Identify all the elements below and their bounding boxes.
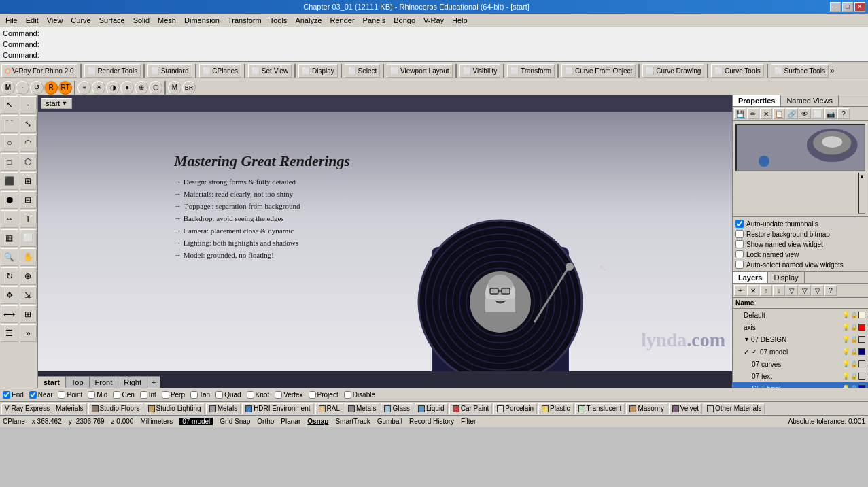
checkbox-auto-select[interactable] — [735, 261, 744, 269]
menu-bongo[interactable]: Bongo — [389, 14, 419, 27]
layer-tool-new[interactable]: + — [734, 285, 746, 296]
toolbar-render-tools[interactable]: ⬜ Render Tools — [84, 64, 141, 78]
status-record-history[interactable]: Record History — [409, 418, 454, 425]
mat-porcelain[interactable]: Porcelain — [493, 403, 537, 414]
toolbar-vray-rhino[interactable]: ⬡ V-Ray For Rhino 2.0 — [1, 64, 77, 78]
checkbox-show-widget[interactable] — [735, 240, 744, 248]
tool-pan[interactable]: ✋ — [20, 248, 37, 266]
toolbar-transform[interactable]: ⬜ Transform — [507, 64, 555, 78]
status-planar[interactable]: Planar — [281, 418, 300, 425]
mat-glass[interactable]: Glass — [381, 403, 413, 414]
prop-tool-square[interactable]: ⬜ — [812, 108, 824, 119]
tool-r-icon[interactable]: R — [44, 81, 58, 95]
status-filter[interactable]: Filter — [461, 418, 476, 425]
tool-text[interactable]: T — [20, 210, 37, 228]
checkbox-project[interactable] — [309, 391, 316, 399]
toolbar-standard[interactable]: ⬜ Standard — [147, 64, 192, 78]
tool-rotate3d[interactable]: ↻ — [1, 267, 18, 285]
layer-07-text[interactable]: 07 text 💡 🔒 — [733, 370, 868, 382]
toolbar-cplanes[interactable]: ⬜ CPlanes — [199, 64, 242, 78]
layer-07-model[interactable]: ✓ 07 model 💡 🔒 — [733, 346, 868, 358]
layer-tool-filter3[interactable]: ▽ — [812, 285, 824, 296]
layer-tool-down[interactable]: ↓ — [773, 285, 785, 296]
tool-rect[interactable]: □ — [1, 153, 18, 171]
tool-hex-icon[interactable]: ⬡ — [149, 81, 162, 95]
tool-freeform[interactable]: ⤡ — [20, 115, 37, 133]
checkbox-disable[interactable] — [344, 391, 351, 399]
viewport-start-tab[interactable]: start ▼ — [41, 98, 72, 109]
window-controls[interactable]: ─ □ ✕ — [830, 2, 865, 12]
layer-tool-filter2[interactable]: ▽ — [799, 285, 811, 296]
tool-dim[interactable]: ↔ — [1, 210, 18, 228]
menu-render[interactable]: Render — [326, 14, 359, 27]
mat-other[interactable]: Other Materials — [704, 403, 765, 414]
tool-curve[interactable]: ⌒ — [1, 115, 18, 133]
checkbox-near[interactable] — [29, 391, 37, 399]
mat-metals2[interactable]: Metals — [345, 403, 379, 414]
toolbar-curve-drawing[interactable]: ⬜ Curve Drawing — [642, 64, 704, 78]
tool-dot-icon[interactable]: · — [16, 81, 29, 95]
layer-curves-color[interactable] — [858, 360, 865, 367]
mat-studio-lighting[interactable]: Studio Lighting — [145, 403, 205, 414]
layer-07-curves[interactable]: 07 curves 💡 🔒 — [733, 358, 868, 370]
mat-plastic[interactable]: Plastic — [538, 403, 573, 414]
checkbox-lock-view[interactable] — [735, 250, 744, 258]
status-osnap[interactable]: Osnap — [307, 418, 328, 425]
tab-named-views[interactable]: Named Views — [781, 95, 839, 106]
thumbnail-scroll-up[interactable]: ▲ — [859, 173, 865, 180]
mat-hdri[interactable]: HDRI Environment — [242, 403, 313, 414]
viewport-tab-top[interactable]: Top — [66, 376, 90, 388]
status-gumball[interactable]: Gumball — [377, 418, 402, 425]
tool-hatch[interactable]: ▦ — [1, 229, 18, 247]
toolbar-viewport-layout[interactable]: ⬜ Viewport Layout — [387, 64, 452, 78]
layer-model-color[interactable] — [858, 348, 865, 355]
checkbox-tan[interactable] — [190, 391, 198, 399]
mat-masonry[interactable]: Masonry — [626, 403, 667, 414]
viewport-tab-add[interactable]: + — [147, 376, 160, 388]
toolbar-curve-from-object[interactable]: ⬜ Curve From Object — [561, 64, 636, 78]
prop-tool-help[interactable]: ? — [837, 108, 850, 119]
tool-select[interactable]: ↖ — [1, 96, 18, 114]
tool-circle[interactable]: ○ — [1, 134, 18, 152]
menu-file[interactable]: File — [1, 14, 22, 27]
tool-arc[interactable]: ◠ — [20, 134, 37, 152]
tool-br-icon[interactable]: BR — [182, 81, 196, 95]
status-smarttrack[interactable]: SmartTrack — [335, 418, 370, 425]
toolbar-overflow[interactable]: » — [830, 66, 835, 75]
layer-07-design[interactable]: ▼ 07 DESIGN 💡 🔒 — [733, 333, 868, 346]
layer-text-color[interactable] — [858, 373, 865, 380]
tool-point[interactable]: · — [20, 96, 37, 114]
prop-tool-edit[interactable]: ✏ — [747, 108, 759, 119]
menu-mesh[interactable]: Mesh — [154, 14, 180, 27]
viewport-tab-right[interactable]: Right — [118, 376, 147, 388]
layer-tool-delete[interactable]: ✕ — [747, 285, 759, 296]
checkbox-mid[interactable] — [88, 391, 95, 399]
layer-tool-help[interactable]: ? — [824, 285, 837, 296]
checkbox-int[interactable] — [140, 391, 147, 399]
prop-tool-link[interactable]: 🔗 — [786, 108, 798, 119]
mat-vray-express[interactable]: V-Ray Express - Materials — [1, 403, 87, 414]
menu-curve[interactable]: Curve — [67, 14, 94, 27]
menu-solid[interactable]: Solid — [129, 14, 154, 27]
checkbox-restore-bg[interactable] — [735, 230, 744, 238]
mat-ral[interactable]: RAL — [315, 403, 343, 414]
tool-surface[interactable]: ⬛ — [1, 172, 18, 190]
tab-layers[interactable]: Layers — [733, 272, 768, 283]
viewport-tab-front[interactable]: Front — [90, 376, 119, 388]
layer-design-color[interactable] — [858, 336, 865, 343]
prop-tool-save[interactable]: 💾 — [734, 108, 746, 119]
viewport[interactable]: start ▼ Mastering Great Renderings → Des… — [38, 95, 732, 388]
viewport-tab-start[interactable]: start — [38, 376, 66, 388]
layer-set-bowl[interactable]: SET bowl 💡 🔒 — [733, 382, 868, 388]
checkbox-auto-update[interactable] — [735, 220, 744, 228]
tool-move[interactable]: ✥ — [1, 286, 18, 304]
tool-mesh[interactable]: ⊟ — [20, 191, 37, 209]
tab-display[interactable]: Display — [768, 272, 804, 283]
tool-snap[interactable]: ⊕ — [20, 267, 37, 285]
tool-mesh-icon[interactable]: ≋ — [77, 81, 91, 95]
tool-m-icon[interactable]: M — [1, 81, 15, 95]
tool-crosshair-icon[interactable]: ⊕ — [135, 81, 148, 95]
mat-liquid[interactable]: Liquid — [415, 403, 448, 414]
tool-m2-icon[interactable]: M — [168, 81, 181, 95]
menu-help[interactable]: Help — [448, 14, 472, 27]
